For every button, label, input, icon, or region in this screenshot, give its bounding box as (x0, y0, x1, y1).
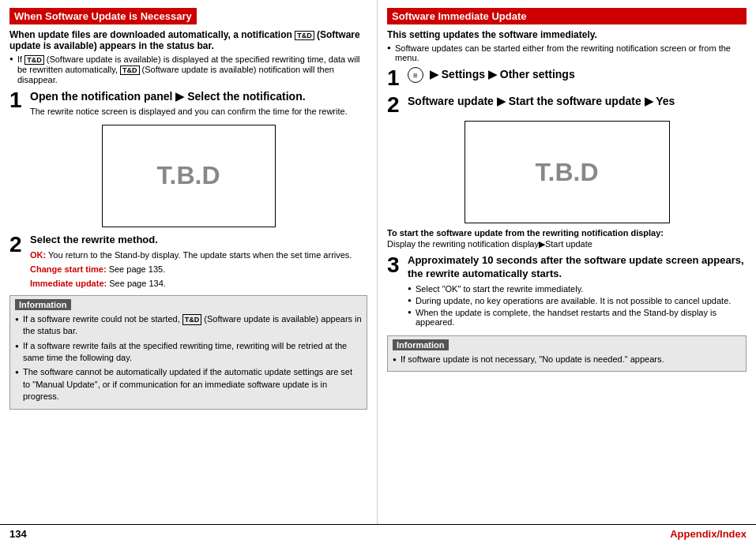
right-step2-content: Software update ▶ Start the software upd… (408, 94, 747, 108)
left-tbd-box: T.B.D (102, 125, 276, 227)
step2-content: Select the rewrite method. OK: You retur… (30, 234, 367, 290)
right-info-box: Information If software update is not ne… (387, 335, 747, 372)
page-container: When Software Update is Necessary When u… (0, 0, 756, 543)
page-number: 134 (9, 528, 27, 540)
right-step3-number: 3 (387, 254, 404, 276)
appendix-link[interactable]: Appendix/Index (670, 528, 747, 540)
right-step3-content: Approximately 10 seconds after the softw… (408, 254, 747, 329)
left-step-2: 2 Select the rewrite method. OK: You ret… (9, 234, 367, 290)
right-info-bullet-1: If software update is not necessary, "No… (393, 354, 741, 365)
left-section-header: When Software Update is Necessary (9, 8, 197, 24)
tbd-icon-2: T&D (24, 55, 44, 65)
right-step3-title: Approximately 10 seconds after the softw… (408, 254, 747, 281)
step2-title: Select the rewrite method. (30, 234, 367, 247)
immediate-text: See page 134. (109, 279, 166, 288)
right-bullet-ok: Select "OK" to start the rewrite immedia… (408, 284, 747, 294)
right-step1-label: ▶ Settings ▶ Other settings (430, 68, 575, 81)
right-intro: This setting updates the software immedi… (387, 29, 747, 40)
left-tbd-label: T.B.D (157, 161, 220, 190)
change-label: Change start time: (30, 264, 107, 274)
step2-immediate: Immediate update: See page 134. (30, 278, 367, 290)
info-bullet-3: The software cannot be automatically upd… (15, 366, 362, 403)
step2-change: Change start time: See page 135. (30, 264, 367, 275)
right-step-1: 1 ≡ ▶ Settings ▶ Other settings (387, 67, 747, 89)
step1-title: Open the notification panel ▶ Select the… (30, 89, 367, 103)
right-bullet-during: During update, no key operations are ava… (408, 296, 747, 305)
change-text: See page 135. (109, 264, 166, 274)
right-step2-number: 2 (387, 94, 404, 116)
step1-content: Open the notification panel ▶ Select the… (30, 89, 367, 118)
left-panel: When Software Update is Necessary When u… (0, 0, 378, 524)
right-step-2: 2 Software update ▶ Start the software u… (387, 94, 747, 116)
info1-text: If a software rewrite could not be start… (23, 314, 182, 324)
left-step-1: 1 Open the notification panel ▶ Select t… (9, 89, 367, 118)
bullet-1: If T&D (Software update is available) is… (9, 54, 367, 84)
info-bullet-1: If a software rewrite could not be start… (15, 313, 362, 338)
right-tbd-label: T.B.D (536, 158, 599, 187)
right-step-3: 3 Approximately 10 seconds after the sof… (387, 254, 747, 329)
right-step2-text: Software update ▶ Start the software upd… (408, 94, 747, 108)
ok-text: You return to the Stand-by display. The … (48, 250, 352, 260)
step1-desc: The rewrite notice screen is displayed a… (30, 106, 367, 118)
step1-number: 1 (9, 89, 27, 111)
left-info-header: Information (15, 299, 71, 310)
left-info-box: Information If a software rewrite could … (9, 295, 367, 410)
tbd-icon-3: T&D (120, 66, 140, 75)
step2-ok: OK: You return to the Stand-by display. … (30, 249, 367, 261)
right-step1-number: 1 (387, 67, 404, 89)
right-panel: Software Immediate Update This setting u… (378, 0, 756, 524)
tbd-icon-1: T&D (295, 31, 314, 40)
tbd-icon-info: T&D (182, 314, 202, 326)
to-start-note: To start the software update from the re… (387, 228, 747, 238)
ok-label: OK: (30, 250, 46, 260)
intro-text: When update files are downloaded automat… (9, 29, 295, 40)
right-section-header: Software Immediate Update (387, 8, 747, 24)
right-bullet-complete: When the update is complete, the handset… (408, 308, 747, 327)
right-step1-text: ≡ ▶ Settings ▶ Other settings (408, 67, 747, 83)
right-info-header: Information (393, 339, 449, 350)
right-bullet-1: Software updates can be started either f… (387, 43, 747, 62)
to-start-desc: Display the rewriting notification displ… (387, 239, 747, 249)
right-step1-content: ≡ ▶ Settings ▶ Other settings (408, 67, 747, 83)
content-area: When Software Update is Necessary When u… (0, 0, 756, 524)
immediate-label: Immediate update: (30, 279, 107, 288)
right-tbd-box: T.B.D (465, 121, 670, 223)
footer: 134 Appendix/Index (0, 524, 756, 543)
menu-icon: ≡ (408, 67, 423, 83)
bullet1-prefix: If (17, 54, 24, 64)
info-bullet-2: If a software rewrite fails at the speci… (15, 340, 362, 365)
left-intro: When update files are downloaded automat… (9, 29, 367, 51)
step2-number: 2 (9, 234, 27, 256)
